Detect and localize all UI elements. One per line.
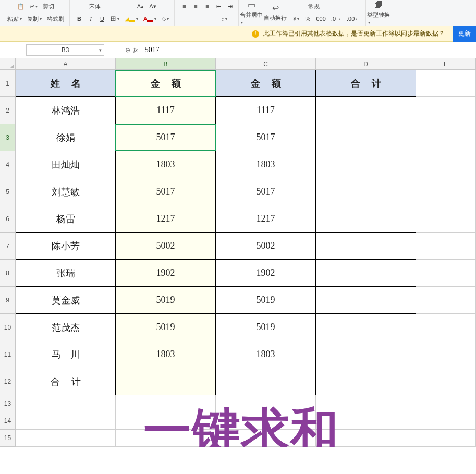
cell-amount-b[interactable]: 5002 bbox=[116, 233, 216, 260]
row-header-5[interactable]: 5 bbox=[0, 178, 16, 205]
cell-empty[interactable] bbox=[416, 368, 476, 395]
align-middle-icon[interactable]: ≡ bbox=[190, 1, 201, 11]
cell-total[interactable] bbox=[316, 287, 416, 314]
cell-amount-c[interactable]: 1803 bbox=[216, 151, 316, 178]
row-header-4[interactable]: 4 bbox=[0, 151, 16, 178]
cell-amount-b[interactable]: 1902 bbox=[116, 260, 216, 287]
cell-amount-b-active[interactable]: 5017 bbox=[116, 124, 216, 151]
align-top-icon[interactable]: ≡ bbox=[179, 1, 189, 11]
cell-name[interactable]: 莫金威 bbox=[16, 287, 116, 314]
underline-button[interactable]: U bbox=[97, 14, 107, 24]
cell-empty[interactable] bbox=[416, 205, 476, 233]
decrease-decimal-icon[interactable]: .00← bbox=[345, 14, 362, 24]
cell-amount-c[interactable]: 5017 bbox=[216, 178, 316, 205]
cell-empty[interactable] bbox=[316, 430, 416, 447]
fx-icon[interactable]: fx bbox=[133, 46, 138, 54]
row-header-8[interactable]: 8 bbox=[0, 260, 16, 287]
cell-amount-b[interactable]: 5019 bbox=[116, 287, 216, 314]
increase-decimal-icon[interactable]: .0→ bbox=[329, 14, 344, 24]
cell-empty[interactable] bbox=[216, 395, 316, 412]
percent-icon[interactable]: % bbox=[302, 14, 313, 24]
cell-name[interactable]: 陈小芳 bbox=[16, 233, 116, 260]
cell-total[interactable] bbox=[316, 97, 416, 124]
row-header-15[interactable]: 15 bbox=[0, 430, 16, 447]
cut-button[interactable]: 剪切 bbox=[41, 1, 56, 11]
indent-increase-icon[interactable]: ⇥ bbox=[225, 1, 235, 11]
cell-empty[interactable] bbox=[16, 412, 116, 430]
col-header-e[interactable]: E bbox=[416, 58, 476, 69]
cell-amount-c[interactable]: 1902 bbox=[216, 260, 316, 287]
cell-empty[interactable] bbox=[416, 412, 476, 430]
zoom-out-icon[interactable]: ⊖ bbox=[125, 46, 130, 54]
header-amount-b[interactable]: 金额 bbox=[116, 70, 216, 97]
col-header-d[interactable]: D bbox=[316, 58, 416, 69]
bold-button[interactable]: B bbox=[74, 14, 84, 24]
font-color-button[interactable]: A bbox=[141, 14, 158, 24]
cell-amount-b[interactable]: 1217 bbox=[116, 205, 216, 233]
cell-empty[interactable] bbox=[416, 395, 476, 412]
format-painter-button[interactable]: 格式刷 bbox=[45, 14, 66, 24]
row-header-2[interactable]: 2 bbox=[0, 97, 16, 124]
cell-empty[interactable] bbox=[416, 97, 476, 124]
footer-label[interactable]: 合计 bbox=[16, 368, 116, 395]
formula-input[interactable] bbox=[143, 44, 476, 56]
cell-name[interactable]: 刘慧敏 bbox=[16, 178, 116, 205]
cell-empty[interactable] bbox=[416, 151, 476, 178]
paste-icon[interactable]: 📋 bbox=[15, 1, 27, 11]
fill-color-button[interactable]: ◢ bbox=[123, 14, 140, 24]
header-name[interactable]: 姓名 bbox=[16, 70, 116, 97]
orientation-icon[interactable]: ↕ bbox=[219, 14, 229, 24]
cell-amount-c[interactable]: 1803 bbox=[216, 341, 316, 368]
comma-icon[interactable]: 000 bbox=[314, 14, 327, 24]
cell-empty[interactable] bbox=[316, 395, 416, 412]
cell-amount-b[interactable]: 1117 bbox=[116, 97, 216, 124]
col-header-a[interactable]: A bbox=[16, 58, 116, 69]
cell-empty[interactable] bbox=[416, 430, 476, 447]
cell-empty[interactable] bbox=[416, 287, 476, 314]
copy-button[interactable]: 复制 bbox=[25, 14, 44, 24]
row-header-10[interactable]: 10 bbox=[0, 314, 16, 341]
cell-empty[interactable] bbox=[416, 124, 476, 151]
cell-total[interactable] bbox=[316, 314, 416, 341]
cell-empty[interactable] bbox=[116, 395, 216, 412]
cell-total[interactable] bbox=[316, 178, 416, 205]
type-convert-button[interactable]: 🗊 类型转换 bbox=[367, 0, 390, 25]
cell-amount-b[interactable]: 5019 bbox=[116, 314, 216, 341]
align-center-icon[interactable]: ≡ bbox=[196, 14, 206, 24]
number-format-select[interactable]: 常规 bbox=[306, 1, 348, 11]
font-family-select[interactable]: 宋体 bbox=[87, 1, 134, 11]
cell-amount-c[interactable]: 5002 bbox=[216, 233, 316, 260]
row-header-3[interactable]: 3 bbox=[0, 124, 16, 151]
cell-total[interactable] bbox=[316, 260, 416, 287]
header-amount-c[interactable]: 金额 bbox=[216, 70, 316, 97]
row-header-14[interactable]: 14 bbox=[0, 412, 16, 430]
cell-empty[interactable] bbox=[416, 260, 476, 287]
cell-amount-c[interactable]: 1117 bbox=[216, 97, 316, 124]
cell-empty[interactable] bbox=[416, 314, 476, 341]
name-box[interactable]: B3 ▾ bbox=[26, 44, 104, 56]
row-header-7[interactable]: 7 bbox=[0, 233, 16, 260]
cell-style-button[interactable]: ◇ bbox=[160, 14, 171, 24]
row-header-1[interactable]: 1 bbox=[0, 70, 16, 97]
currency-icon[interactable]: ¥ bbox=[291, 14, 301, 24]
scissors-icon[interactable]: ✂ bbox=[28, 1, 40, 11]
col-header-b[interactable]: B bbox=[116, 58, 216, 69]
merge-center-button[interactable]: ▭ 合并居中 bbox=[240, 0, 263, 25]
cell-name[interactable]: 徐娟 bbox=[16, 124, 116, 151]
cell-amount-c[interactable]: 5019 bbox=[216, 314, 316, 341]
footer-c[interactable] bbox=[216, 368, 316, 395]
indent-decrease-icon[interactable]: ⇤ bbox=[213, 1, 224, 11]
wrap-text-button[interactable]: ↩ 自动换行 bbox=[264, 0, 287, 25]
select-all-corner[interactable] bbox=[0, 58, 16, 69]
cell-empty[interactable] bbox=[116, 412, 216, 430]
cell-empty[interactable] bbox=[416, 233, 476, 260]
increase-font-icon[interactable]: A▴ bbox=[135, 1, 146, 11]
cell-total[interactable] bbox=[316, 233, 416, 260]
header-total[interactable]: 合计 bbox=[316, 70, 416, 97]
col-header-c[interactable]: C bbox=[216, 58, 316, 69]
align-left-icon[interactable]: ≡ bbox=[185, 14, 195, 24]
cell-empty[interactable] bbox=[216, 412, 316, 430]
cell-empty[interactable] bbox=[416, 341, 476, 368]
cell-total[interactable] bbox=[316, 205, 416, 233]
cell-total[interactable] bbox=[316, 124, 416, 151]
